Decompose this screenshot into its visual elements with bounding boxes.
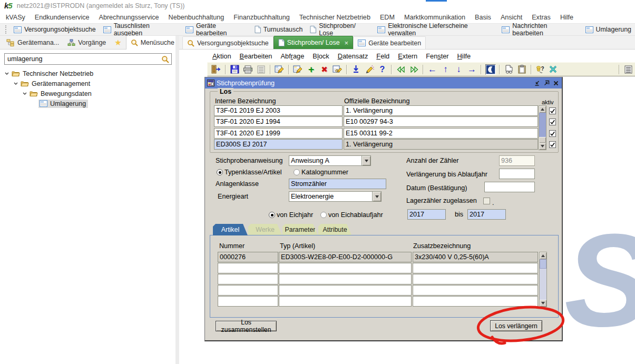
eichjahr-bis-field[interactable] xyxy=(467,209,506,220)
scroll-up-icon[interactable] xyxy=(540,252,546,259)
dialog-tab-attribute[interactable]: Attribute xyxy=(318,224,351,235)
excel-export-icon[interactable] xyxy=(547,64,560,75)
los-intern-field-row2[interactable] xyxy=(214,116,343,127)
search-icon[interactable] xyxy=(161,55,171,63)
menubar-item-edm[interactable]: EDM xyxy=(375,14,399,21)
los-intern-field-row4[interactable] xyxy=(214,139,343,150)
artikel-nummer-field-row3[interactable] xyxy=(218,274,278,284)
lagerzaehler-checkbox[interactable] xyxy=(483,198,490,204)
menubar-item-finanzbuchhaltung[interactable]: Finanzbuchhaltung xyxy=(229,14,294,21)
menubar-item-basis[interactable]: Basis xyxy=(470,14,496,21)
los-intern-field-row1[interactable] xyxy=(214,105,343,116)
artikel-zusatz-field-row3[interactable] xyxy=(413,274,538,284)
menubar-item-hilfe[interactable]: Hilfe xyxy=(555,14,578,21)
typenklasse-radio-label[interactable]: Typenklasse/Artikel xyxy=(224,169,282,176)
favorite-turnustausch[interactable]: Turnustausch xyxy=(251,24,307,35)
save-icon[interactable] xyxy=(228,64,241,75)
von-eichjahr-radio-label[interactable]: von Eichjahr xyxy=(277,211,313,219)
scroll-down-icon[interactable] xyxy=(540,300,546,307)
artikel-zusatz-field-row5[interactable] xyxy=(413,296,538,307)
forms-menu-datensatz[interactable]: Datensatz xyxy=(334,52,373,60)
los-zusammenstellen-button[interactable]: Los zusammenstellen xyxy=(216,321,277,331)
scroll-up-icon[interactable] xyxy=(539,106,546,113)
print-icon[interactable] xyxy=(241,64,255,75)
artikel-nummer-field-row2[interactable] xyxy=(218,263,278,273)
forms-menu-hilfe[interactable]: Hilfe xyxy=(453,52,475,60)
last-record-icon[interactable] xyxy=(407,64,421,75)
menu-search-input[interactable] xyxy=(5,55,161,63)
forms-menu-abfrage[interactable]: Abfrage xyxy=(277,52,309,60)
anlagenklasse-field[interactable] xyxy=(289,179,386,189)
favorite-stichproben-lose[interactable]: Stichproben/ Lose xyxy=(306,24,374,35)
menubar-item-endkundenservice[interactable]: Endkundenservice xyxy=(30,14,94,21)
chevron-down-icon[interactable] xyxy=(372,192,381,201)
artikel-zusatz-field-row2[interactable] xyxy=(413,263,538,273)
katalognummer-radio-label[interactable]: Katalognummer xyxy=(301,169,348,176)
los-offiziell-field-row3[interactable] xyxy=(344,128,538,139)
los-scrollbar[interactable] xyxy=(539,105,546,150)
forms-menu-feld[interactable]: Feld xyxy=(372,52,394,60)
preview-icon[interactable] xyxy=(502,64,515,75)
tree-item-bewegungsdaten[interactable]: Bewegungsdaten xyxy=(0,88,175,99)
edit-icon[interactable] xyxy=(363,64,376,75)
table-scrollbar[interactable] xyxy=(539,252,547,307)
chevron-down-icon[interactable] xyxy=(13,82,18,85)
datum-bestaetigung-field[interactable] xyxy=(484,182,535,192)
scrollbar-thumb[interactable] xyxy=(540,259,546,269)
stichprobenanweisung-value[interactable] xyxy=(289,156,362,165)
artikel-typ-field-row1[interactable] xyxy=(279,252,412,262)
menubar-item-abrechnungsservice[interactable]: Abrechnungsservice xyxy=(94,14,163,21)
panel-splitter[interactable] xyxy=(175,36,179,364)
favorite-elektronische-lieferscheine-verwalten[interactable]: Elektronische Lieferscheine verwalten xyxy=(374,24,498,35)
clipboard-icon[interactable] xyxy=(515,64,529,75)
tree-item-ger-temanagement[interactable]: Gerätemanagement xyxy=(0,78,175,88)
next-item-icon[interactable]: → xyxy=(465,64,478,75)
eichjahr-von-field[interactable] xyxy=(407,209,446,220)
forms-menu-aktion[interactable]: Aktion xyxy=(208,52,236,60)
favorite-umlagerung[interactable]: Umlagerung xyxy=(582,24,635,35)
los-offiziell-field-row1[interactable] xyxy=(344,105,538,116)
favorite-tauschlisten-ausgeben[interactable]: Tauschlisten ausgeben xyxy=(100,24,182,35)
report-list-icon[interactable] xyxy=(255,64,268,75)
aktiv-checkbox-row3[interactable] xyxy=(549,130,556,137)
maximize-icon[interactable] xyxy=(542,79,550,87)
aktiv-checkbox-row4[interactable] xyxy=(549,141,556,148)
chevron-down-icon[interactable] xyxy=(4,72,9,75)
chevron-down-icon[interactable] xyxy=(362,156,370,165)
typenklasse-radio[interactable] xyxy=(217,169,223,175)
von-eichablaufjahr-radio[interactable] xyxy=(320,212,327,218)
prev-item-icon[interactable]: ← xyxy=(426,64,439,75)
forms-menu-fenster[interactable]: Fenster xyxy=(422,52,453,60)
los-offiziell-field-row2[interactable] xyxy=(344,116,538,127)
energieart-select[interactable] xyxy=(289,191,382,202)
down-record-icon[interactable]: ↓ xyxy=(452,64,465,75)
favorite-nachrichten-bearbeiten[interactable]: Nachrichten bearbeiten xyxy=(498,24,581,35)
artikel-nummer-field-row1[interactable] xyxy=(218,252,278,262)
exit-icon[interactable] xyxy=(210,64,223,75)
menubar-item-kvasy[interactable]: kVASy xyxy=(1,14,30,21)
energieart-value[interactable] xyxy=(289,192,372,201)
first-record-icon[interactable] xyxy=(394,64,407,75)
artikel-zusatz-field-row1[interactable] xyxy=(413,252,538,262)
artikel-nummer-field-row5[interactable] xyxy=(218,296,278,307)
menubar-item-marktkommunikation[interactable]: Marktkommunikation xyxy=(399,14,470,21)
dialog-titlebar[interactable]: Stichprobenprüfung xyxy=(205,77,562,88)
workspace-tab-versorgungsobjektsuche[interactable]: Versorgungsobjektsuche xyxy=(182,36,273,49)
close-icon[interactable] xyxy=(552,79,560,87)
dialog-tab-artikel[interactable]: Artikel xyxy=(213,224,248,235)
artikel-typ-field-row3[interactable] xyxy=(279,274,412,284)
restore-down-icon[interactable] xyxy=(533,79,541,87)
aktiv-checkbox-row1[interactable] xyxy=(549,107,556,114)
toolbar-grip[interactable] xyxy=(5,25,8,34)
dialog-tab-parameter[interactable]: Parameter xyxy=(282,224,318,235)
window-list-icon[interactable] xyxy=(622,64,635,75)
info-icon[interactable]: ? xyxy=(534,64,547,75)
edit-record-icon[interactable] xyxy=(291,64,305,75)
close-icon[interactable]: × xyxy=(345,39,349,47)
workspace-tab-stichproben-lose[interactable]: Stichproben/ Lose× xyxy=(273,36,353,49)
chevron-down-icon[interactable] xyxy=(22,92,27,95)
artikel-typ-field-row5[interactable] xyxy=(279,296,412,307)
tree-item-umlagerung[interactable]: Umlagerung xyxy=(0,99,175,109)
favorite-ger-te-bearbeiten[interactable]: Geräte bearbeiten xyxy=(182,24,251,35)
favorite-versorgungsobjektsuche[interactable]: Versorgungsobjektsuche xyxy=(10,24,100,35)
